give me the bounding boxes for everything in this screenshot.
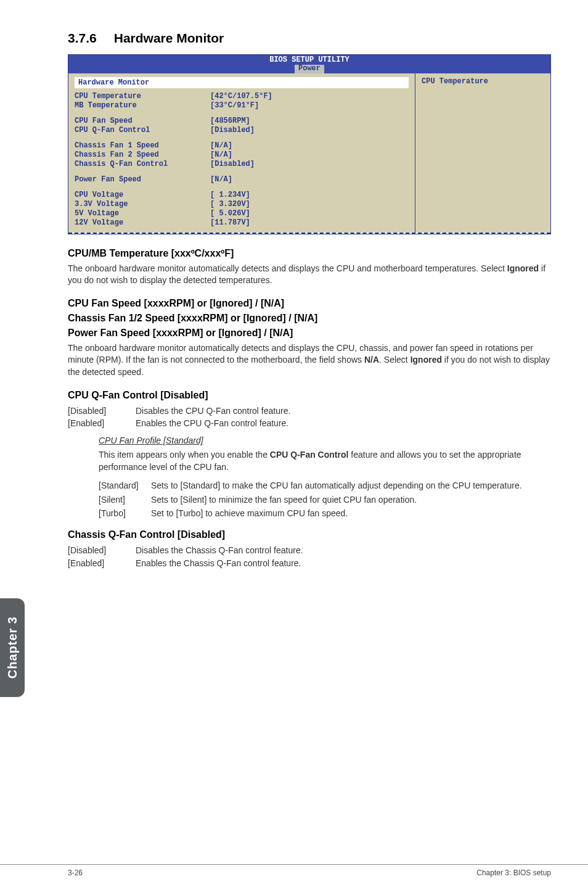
subsection-heading: CPU Q-Fan Control [Disabled] — [68, 390, 551, 401]
section-heading: 3.7.6Hardware Monitor — [68, 31, 551, 46]
bios-left-panel: Hardware Monitor CPU Temperature[42°C/10… — [68, 73, 415, 233]
option-key: [Disabled] — [68, 544, 136, 556]
indented-subsection: CPU Fan Profile [Standard] This item app… — [99, 435, 551, 519]
footer-page-number: 3-26 — [68, 868, 83, 877]
bios-field-value: [N/A] — [210, 141, 409, 151]
option-desc: Disables the Chassis Q-Fan control featu… — [136, 544, 551, 556]
bios-field-label: Power Fan Speed — [75, 175, 210, 184]
bios-divider — [68, 233, 550, 234]
option-key: [Enabled] — [68, 417, 136, 429]
bios-screenshot: BIOS SETUP UTILITY Power Hardware Monito… — [68, 54, 551, 234]
bios-field-value: [42°C/107.5°F] — [210, 92, 409, 101]
option-desc: Sets to [Standard] to make the CPU fan a… — [151, 479, 551, 492]
bios-field-value: [N/A] — [210, 151, 409, 160]
option-table: [Disabled]Disables the CPU Q-Fan control… — [68, 405, 551, 430]
option-key: [Standard] — [99, 479, 151, 492]
bios-right-panel: CPU Temperature — [415, 73, 550, 233]
page-footer: 3-26 Chapter 3: BIOS setup — [0, 864, 588, 877]
bios-title-bar: BIOS SETUP UTILITY Power — [68, 55, 550, 73]
bios-help-text: CPU Temperature — [422, 77, 488, 86]
bios-field-value: [ 3.320V] — [210, 200, 409, 209]
subsection-heading: Power Fan Speed [xxxxRPM] or [Ignored] /… — [68, 328, 551, 339]
bios-field-label: MB Temperature — [75, 101, 210, 110]
bios-field-label: CPU Q-Fan Control — [75, 126, 210, 135]
option-key: [Silent] — [99, 493, 151, 506]
option-table: [Disabled]Disables the Chassis Q-Fan con… — [68, 544, 551, 569]
option-desc: Set to [Turbo] to achieve maximum CPU fa… — [151, 507, 551, 519]
chapter-side-tab: Chapter 3 — [0, 598, 25, 697]
option-key: [Turbo] — [99, 507, 151, 519]
section-title: Hardware Monitor — [114, 31, 224, 45]
bios-field-value: [N/A] — [210, 175, 409, 184]
subsection-heading: CPU Fan Speed [xxxxRPM] or [Ignored] / [… — [68, 298, 551, 309]
bios-field-label: CPU Temperature — [75, 92, 210, 101]
bios-field-value: [33°C/91°F] — [210, 101, 409, 110]
option-desc: Sets to [Silent] to minimize the fan spe… — [151, 493, 551, 506]
option-desc: Enables the CPU Q-Fan control feature. — [136, 417, 551, 429]
bios-field-value: [ 5.026V] — [210, 209, 409, 218]
subsection-heading: Chassis Fan 1/2 Speed [xxxxRPM] or [Igno… — [68, 313, 551, 324]
bios-active-tab: Power — [295, 65, 324, 73]
bios-field-value: [4856RPM] — [210, 117, 409, 126]
bios-field-label: 5V Voltage — [75, 209, 210, 218]
bios-field-label: CPU Voltage — [75, 191, 210, 200]
body-paragraph: The onboard hardware monitor automatical… — [68, 263, 551, 287]
bios-field-label: Chassis Q-Fan Control — [75, 160, 210, 169]
bios-field-label: Chassis Fan 1 Speed — [75, 141, 210, 151]
option-key: [Disabled] — [68, 405, 136, 417]
option-key: [Enabled] — [68, 557, 136, 569]
bios-field-value: [11.787V] — [210, 218, 409, 228]
chapter-side-label: Chapter 3 — [6, 616, 20, 679]
option-desc: Disables the CPU Q-Fan control feature. — [136, 405, 551, 417]
bios-field-label: Chassis Fan 2 Speed — [75, 151, 210, 160]
option-desc: Enables the Chassis Q-Fan control featur… — [136, 557, 551, 569]
body-paragraph: This item appears only when you enable t… — [99, 449, 551, 473]
sub-item-title: CPU Fan Profile [Standard] — [99, 435, 551, 445]
bios-title-text: BIOS SETUP UTILITY — [68, 56, 550, 65]
section-number: 3.7.6 — [68, 31, 97, 46]
bios-field-label: 3.3V Voltage — [75, 200, 210, 209]
bios-field-label: CPU Fan Speed — [75, 117, 210, 126]
bios-field-label: 12V Voltage — [75, 218, 210, 228]
body-paragraph: The onboard hardware monitor automatical… — [68, 342, 551, 379]
bios-panel-header: Hardware Monitor — [75, 77, 409, 88]
subsection-heading: Chassis Q-Fan Control [Disabled] — [68, 529, 551, 540]
footer-chapter-label: Chapter 3: BIOS setup — [476, 868, 551, 877]
subsection-heading: CPU/MB Temperature [xxxºC/xxxºF] — [68, 248, 551, 259]
bios-field-value: [Disabled] — [210, 126, 409, 135]
bios-field-value: [ 1.234V] — [210, 191, 409, 200]
bios-field-value: [Disabled] — [210, 160, 409, 169]
